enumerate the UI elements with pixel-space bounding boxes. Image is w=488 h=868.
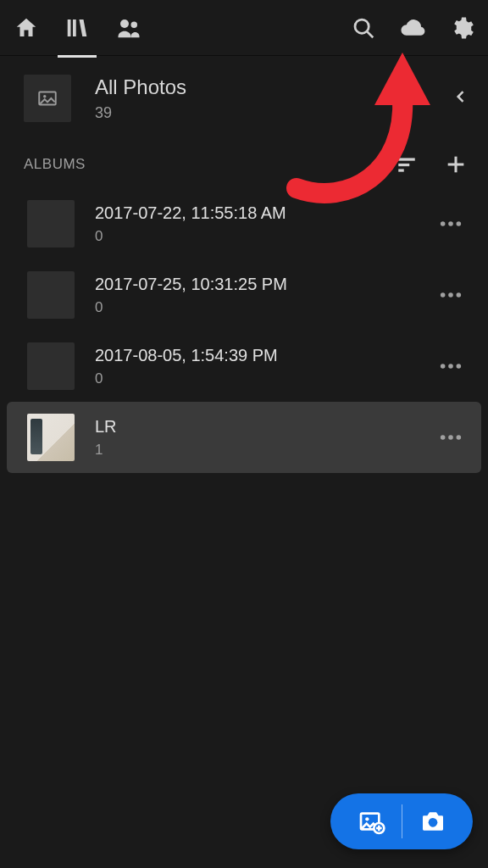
svg-point-7 — [43, 95, 46, 97]
album-row[interactable]: 2017-07-25, 10:31:25 PM0 — [7, 259, 481, 331]
svg-point-17 — [448, 292, 453, 298]
add-album-icon[interactable] — [444, 153, 468, 176]
album-title: 2017-07-22, 11:55:18 AM — [95, 203, 286, 223]
sort-icon[interactable] — [395, 153, 419, 175]
svg-point-23 — [448, 435, 453, 440]
svg-rect-8 — [398, 158, 415, 160]
albums-actions — [395, 153, 468, 176]
svg-point-14 — [448, 221, 453, 226]
all-photos-row[interactable]: All Photos 39 — [0, 56, 488, 137]
top-bar-right — [351, 15, 474, 41]
settings-icon[interactable] — [449, 15, 474, 41]
album-title: LR — [95, 417, 117, 437]
svg-point-16 — [441, 292, 446, 298]
album-info: 2017-07-25, 10:31:25 PM0 — [95, 275, 287, 316]
more-icon[interactable] — [434, 425, 468, 450]
people-icon[interactable] — [115, 15, 142, 41]
fab-divider — [402, 804, 402, 838]
album-thumb — [27, 342, 75, 390]
album-row[interactable]: 2017-08-05, 1:54:39 PM0 — [7, 331, 481, 402]
more-icon[interactable] — [434, 211, 468, 236]
svg-point-19 — [441, 364, 446, 369]
svg-point-2 — [120, 19, 129, 28]
camera-icon[interactable] — [418, 808, 448, 835]
cloud-icon[interactable] — [398, 15, 427, 41]
home-icon[interactable] — [14, 15, 39, 41]
add-capture-fab[interactable] — [330, 793, 473, 849]
all-photos-count: 39 — [95, 104, 186, 122]
svg-rect-1 — [73, 19, 76, 36]
album-info: LR1 — [95, 417, 117, 459]
album-title: 2017-08-05, 1:54:39 PM — [95, 346, 278, 365]
svg-rect-9 — [398, 164, 409, 166]
album-thumb — [27, 271, 75, 319]
collapse-chevron-icon[interactable] — [452, 85, 474, 112]
svg-point-21 — [457, 364, 462, 369]
album-thumb — [27, 414, 75, 461]
album-row[interactable]: 2017-07-22, 11:55:18 AM0 — [7, 188, 481, 259]
album-title: 2017-07-25, 10:31:25 PM — [95, 275, 287, 294]
svg-point-30 — [428, 818, 437, 827]
top-bar-left — [14, 15, 142, 41]
svg-point-4 — [355, 19, 369, 33]
all-photos-thumb-icon — [24, 75, 71, 122]
svg-line-5 — [367, 31, 373, 37]
svg-point-22 — [441, 435, 446, 440]
albums-section-label: ALBUMS — [24, 156, 86, 173]
svg-point-3 — [131, 21, 138, 28]
more-icon[interactable] — [434, 353, 468, 379]
album-info: 2017-07-22, 11:55:18 AM0 — [95, 203, 286, 245]
add-photo-icon[interactable] — [356, 808, 386, 835]
svg-rect-10 — [398, 169, 404, 171]
top-bar — [0, 0, 488, 56]
svg-rect-0 — [68, 19, 71, 36]
svg-point-18 — [457, 292, 462, 298]
svg-point-26 — [365, 817, 369, 821]
library-icon[interactable] — [63, 15, 92, 41]
albums-header: ALBUMS — [0, 137, 488, 183]
all-photos-text: All Photos 39 — [95, 75, 186, 122]
album-thumb — [27, 200, 75, 248]
svg-point-13 — [441, 221, 446, 226]
album-count: 0 — [95, 370, 278, 387]
svg-point-15 — [457, 221, 462, 226]
svg-point-24 — [457, 435, 462, 440]
album-info: 2017-08-05, 1:54:39 PM0 — [95, 346, 278, 387]
more-icon[interactable] — [434, 282, 468, 308]
all-photos-label: All Photos — [95, 75, 186, 99]
svg-point-20 — [448, 364, 453, 369]
album-count: 0 — [95, 228, 286, 245]
album-row[interactable]: LR1 — [7, 402, 481, 473]
search-icon[interactable] — [351, 15, 376, 41]
album-count: 0 — [95, 299, 287, 316]
album-list: 2017-07-22, 11:55:18 AM02017-07-25, 10:3… — [0, 183, 488, 473]
album-count: 1 — [95, 442, 117, 459]
